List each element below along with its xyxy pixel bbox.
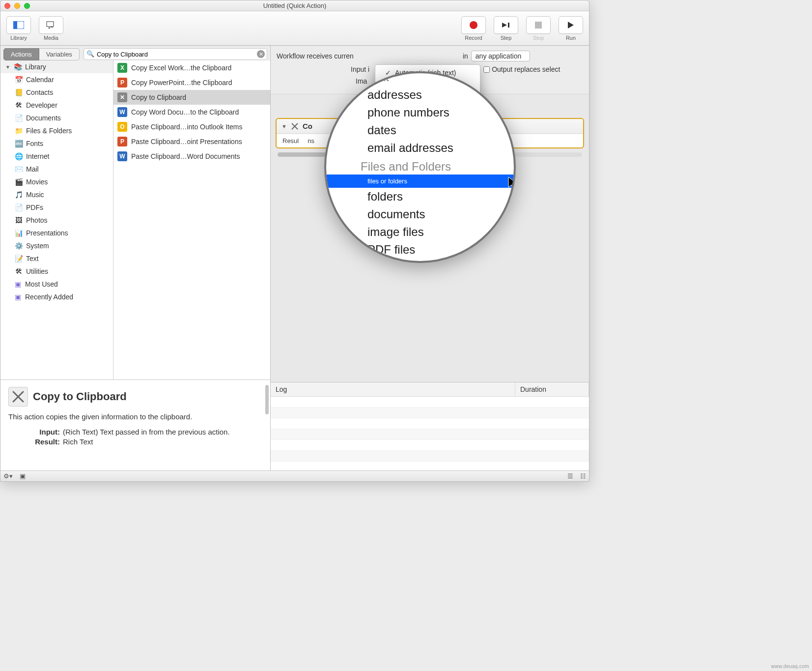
- view-grid-icon[interactable]: ☷: [580, 472, 586, 480]
- tab-actions[interactable]: Actions: [3, 48, 39, 60]
- svg-point-4: [52, 26, 53, 28]
- action-results-list[interactable]: XCopy Excel Work…the ClipboardPCopy Powe…: [113, 60, 270, 379]
- image-label: Ima: [356, 77, 367, 85]
- scrollbar-thumb[interactable]: [265, 385, 269, 414]
- output-replaces-checkbox[interactable]: Output replaces select: [483, 65, 560, 73]
- library-item[interactable]: 📅Calendar: [0, 73, 113, 86]
- library-panel-icon: [6, 16, 31, 34]
- library-column: Actions Variables 🔍 ✕ ▼ 📚 Library: [0, 46, 271, 470]
- search-field[interactable]: 🔍 ✕: [84, 48, 267, 60]
- media-icon: [39, 16, 63, 34]
- record-button[interactable]: Record: [459, 16, 488, 41]
- disclosure-icon[interactable]: ▼: [5, 64, 10, 70]
- category-icon: ⚙️: [14, 241, 23, 250]
- view-list-icon[interactable]: ☰: [567, 472, 573, 480]
- toggle-details-icon[interactable]: ▣: [20, 472, 26, 480]
- category-icon: 📁: [14, 126, 23, 135]
- category-icon: 🔤: [14, 139, 23, 148]
- library-item[interactable]: 📁Files & Folders: [0, 124, 113, 137]
- category-icon: 🎵: [14, 190, 23, 199]
- mag-header: Files and Folders: [361, 157, 504, 175]
- result-row[interactable]: WCopy Word Docu…to the Clipboard: [113, 105, 270, 119]
- details-title-row: Copy to Clipboard: [8, 387, 262, 407]
- library-item[interactable]: ⚙️System: [0, 239, 113, 252]
- library-item[interactable]: 🎬Movies: [0, 175, 113, 188]
- log-column-log[interactable]: Log: [271, 382, 515, 397]
- result-row[interactable]: PPaste Clipboard…oint Presentations: [113, 134, 270, 149]
- svg-rect-2: [47, 22, 54, 27]
- library-item[interactable]: 📝Text: [0, 252, 113, 265]
- svg-point-3: [49, 27, 50, 29]
- library-root[interactable]: ▼ 📚 Library: [0, 60, 113, 73]
- library-item[interactable]: 🖼Photos: [0, 214, 113, 227]
- receives-label: Workflow receives curren: [277, 52, 354, 60]
- run-button[interactable]: Run: [557, 16, 585, 41]
- library-item[interactable]: 📄Documents: [0, 112, 113, 124]
- mag-item[interactable]: image files: [361, 223, 504, 241]
- play-icon: [559, 16, 583, 34]
- app-icon: W: [117, 151, 127, 161]
- library-button[interactable]: Library: [4, 16, 33, 41]
- category-icon: ✉️: [14, 165, 23, 174]
- toolbar: Library Media Record Step Stop: [0, 11, 589, 46]
- utility-icon: [291, 122, 299, 130]
- result-row[interactable]: ✕Copy to Clipboard: [113, 90, 270, 105]
- library-tree[interactable]: ▼ 📚 Library 📅Calendar📒Contacts🛠Developer…: [0, 60, 113, 379]
- library-item[interactable]: ✉️Mail: [0, 163, 113, 175]
- smart-folder-icon: ▣: [13, 292, 22, 301]
- step-icon: [494, 16, 518, 34]
- category-icon: 🛠: [14, 101, 23, 110]
- record-icon: [461, 16, 486, 34]
- library-item[interactable]: 🌐Internet: [0, 150, 113, 163]
- titlebar: Untitled (Quick Action): [0, 0, 589, 11]
- library-item[interactable]: 📊Presentations: [0, 227, 113, 239]
- log-column-duration[interactable]: Duration: [515, 382, 589, 397]
- category-icon: 📄: [14, 203, 23, 212]
- result-row[interactable]: OPaste Clipboard…into Outlook Items: [113, 119, 270, 134]
- application-dropdown[interactable]: any application: [471, 51, 530, 61]
- mag-item[interactable]: phone numbers: [361, 104, 504, 121]
- statusbar: ⚙︎▾ ▣ ☰ ☷: [0, 470, 589, 481]
- clear-search-icon[interactable]: ✕: [257, 50, 265, 58]
- main-split: Actions Variables 🔍 ✕ ▼ 📚 Library: [0, 46, 589, 470]
- library-icon: 📚: [13, 62, 22, 71]
- mag-item[interactable]: email addresses: [361, 139, 504, 157]
- library-item[interactable]: 🔤Fonts: [0, 137, 113, 150]
- library-item[interactable]: 🎵Music: [0, 188, 113, 201]
- mag-item[interactable]: dates: [361, 121, 504, 139]
- svg-rect-6: [535, 22, 542, 29]
- in-label: in: [463, 52, 468, 60]
- result-row[interactable]: XCopy Excel Work…the Clipboard: [113, 60, 270, 75]
- disclosure-icon[interactable]: ▼: [281, 123, 287, 129]
- library-item[interactable]: 📄PDFs: [0, 201, 113, 214]
- mag-item[interactable]: documents: [361, 205, 504, 223]
- category-icon: 🖼: [14, 216, 23, 225]
- mag-item[interactable]: folders: [361, 188, 504, 205]
- log-panel: Log Duration: [271, 382, 589, 470]
- search-icon: 🔍: [86, 50, 94, 58]
- library-tabs: Actions Variables: [3, 48, 80, 60]
- step-button[interactable]: Step: [492, 16, 520, 41]
- search-input[interactable]: [84, 48, 267, 60]
- tab-variables[interactable]: Variables: [39, 48, 80, 60]
- automator-window: Untitled (Quick Action) Library Media Re…: [0, 0, 589, 482]
- gear-icon[interactable]: ⚙︎▾: [3, 472, 13, 480]
- action-results-label[interactable]: Resul: [282, 137, 299, 145]
- result-row[interactable]: WPaste Clipboard…Word Documents: [113, 149, 270, 164]
- smart-folder-item[interactable]: ▣Most Used: [0, 278, 113, 291]
- category-icon: 🎬: [14, 177, 23, 186]
- library-item[interactable]: 📒Contacts: [0, 86, 113, 99]
- stop-icon: [526, 16, 551, 34]
- svg-rect-1: [13, 21, 17, 29]
- inputis-label: Input i: [351, 65, 369, 73]
- smart-folder-item[interactable]: ▣Recently Added: [0, 291, 113, 303]
- category-icon: 📊: [14, 229, 23, 237]
- library-item[interactable]: 🛠Utilities: [0, 265, 113, 278]
- library-tabs-row: Actions Variables 🔍 ✕: [0, 46, 270, 60]
- app-icon: W: [117, 107, 127, 117]
- result-row[interactable]: PCopy PowerPoint…the Clipboard: [113, 75, 270, 90]
- media-button[interactable]: Media: [37, 16, 65, 41]
- window-title: Untitled (Quick Action): [0, 2, 589, 9]
- library-item[interactable]: 🛠Developer: [0, 99, 113, 112]
- mag-item-selected[interactable]: files or folders: [324, 175, 516, 188]
